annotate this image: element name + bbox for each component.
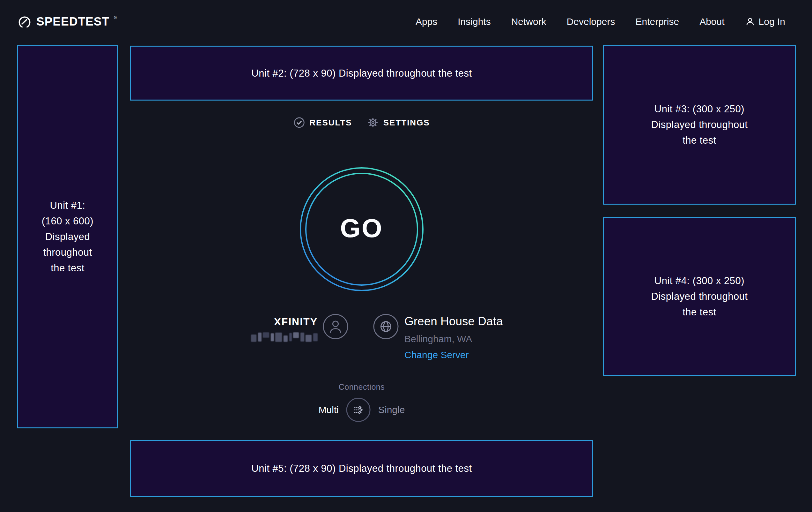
brand-logo[interactable]: SPEEDTEST ® [17,15,117,30]
connection-single-label[interactable]: Single [378,404,405,415]
connection-mode-toggle[interactable] [346,398,371,422]
ad-unit-3-text: Unit #3: (300 x 250) Displayed throughou… [651,101,748,148]
login-link[interactable]: Log In [745,15,785,28]
ad-unit-4: Unit #4: (300 x 250) Displayed throughou… [603,217,796,376]
login-label: Log In [759,15,785,28]
brand-name: SPEEDTEST [36,15,109,29]
tab-results-label: RESULTS [309,118,352,128]
tab-settings[interactable]: SETTINGS [368,117,430,128]
connections-label: Connections [319,382,405,392]
ad-unit-2-text: Unit #2: (728 x 90) Displayed throughout… [251,65,472,81]
nav-enterprise[interactable]: Enterprise [635,15,679,28]
ad-unit-1-text: Unit #1: (160 x 600) Displayed throughou… [42,197,93,276]
speedtest-page: SPEEDTEST ® Apps Insights Network Develo… [0,0,812,512]
nav-insights[interactable]: Insights [458,15,491,28]
tab-settings-label: SETTINGS [383,118,430,128]
connection-multi-label[interactable]: Multi [319,404,339,415]
ad-unit-4-text: Unit #4: (300 x 250) Displayed throughou… [651,273,748,320]
nav-apps[interactable]: Apps [415,15,437,28]
globe-icon [373,314,399,340]
nav-developers[interactable]: Developers [567,15,615,28]
connections-row: Multi Single [319,398,405,422]
connections-section: Connections Multi Single [319,382,405,422]
censored-ip [251,332,318,342]
ad-unit-5-text: Unit #5: (728 x 90) Displayed throughout… [251,461,472,476]
isp-name: XFINITY [251,316,318,328]
go-button[interactable]: GO [298,165,426,293]
multi-stream-arrows-icon [351,403,366,417]
tab-results[interactable]: RESULTS [293,117,352,128]
ad-unit-1: Unit #1: (160 x 600) Displayed throughou… [17,45,118,428]
go-button-label: GO [340,213,383,243]
speedometer-icon [17,15,32,30]
isp-info: XFINITY [251,316,318,342]
nav-about[interactable]: About [699,15,724,28]
ad-unit-2: Unit #2: (728 x 90) Displayed throughout… [130,46,593,101]
nav-network[interactable]: Network [511,15,546,28]
view-tabs: RESULTS SETTINGS [293,117,430,128]
ad-unit-3: Unit #3: (300 x 250) Displayed throughou… [603,45,796,205]
server-location: Bellingham, WA [404,333,503,344]
user-icon [745,17,755,27]
change-server-link[interactable]: Change Server [404,350,469,360]
server-name: Green House Data [404,315,503,328]
trademark-symbol: ® [114,16,117,20]
ad-unit-5: Unit #5: (728 x 90) Displayed throughout… [130,440,593,497]
user-circle-icon [322,314,349,340]
server-info: Green House Data Bellingham, WA Change S… [404,315,503,360]
gear-icon [368,117,379,128]
check-circle-icon [293,117,305,128]
main-nav: Apps Insights Network Developers Enterpr… [415,15,785,28]
